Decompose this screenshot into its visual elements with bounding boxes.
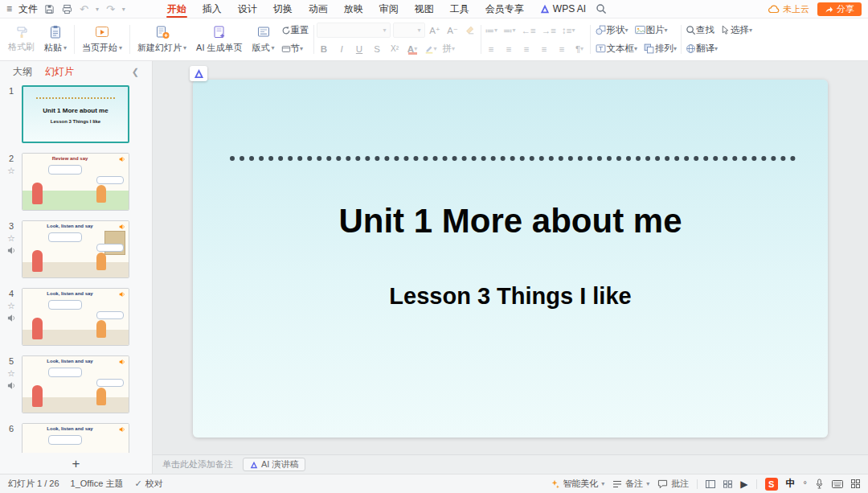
slide-thumbnail-5[interactable]: Look, listen and say [22,355,129,413]
proofing-button[interactable]: ✓ 校对 [134,478,162,490]
text-direction-button[interactable]: ¶▾ [572,41,588,56]
tab-transitions[interactable]: 切换 [265,0,301,18]
main-menu-icon[interactable]: ≡ [6,3,12,14]
current-slide[interactable]: Unit 1 More about me Lesson 3 Things I l… [193,80,828,438]
slide-thumbnail-4[interactable]: Look, listen and say [22,288,129,346]
tab-view[interactable]: 视图 [407,0,442,18]
tab-tools[interactable]: 工具 [442,0,477,18]
comments-button[interactable]: 批注 [657,478,689,490]
smart-beautify-button[interactable]: 智能美化 ▾ [550,478,604,490]
highlight-button[interactable]: ▾ [423,41,439,56]
star-icon[interactable]: ☆ [7,302,15,310]
star-icon[interactable]: ☆ [7,234,15,243]
decrease-indent-button[interactable]: ←≡ [520,23,538,38]
star-icon[interactable]: ☆ [7,369,15,378]
microphone-icon[interactable] [815,479,824,489]
underline-button[interactable]: U [352,41,367,56]
picture-button[interactable]: 图片▾ [633,23,669,38]
font-color-button[interactable]: A▾ [405,41,420,56]
clear-format-button[interactable] [463,23,478,38]
collapse-panel-icon[interactable]: ❮ [132,67,139,77]
sogou-input-icon[interactable]: S [765,478,778,491]
reset-button[interactable]: 重置 [280,23,311,38]
notes-placeholder[interactable]: 单击此处添加备注 [162,458,233,470]
slide-sorter-icon[interactable] [723,480,732,488]
bold-button[interactable]: B [317,41,332,56]
slide-thumbnail-6[interactable]: Look, listen and say [22,423,129,453]
tab-design[interactable]: 设计 [230,0,265,18]
tab-review[interactable]: 审阅 [371,0,407,18]
paste-button[interactable]: 粘贴▾ [39,21,72,58]
slide-thumbnail-3[interactable]: Look, listen and say [22,220,129,278]
line-spacing-button[interactable]: ↕≡▾ [560,23,576,38]
slide-subtitle[interactable]: Lesson 3 Things I like [193,283,828,310]
file-menu[interactable]: 文件 [18,2,38,16]
layout-button[interactable]: 版式▾ [248,21,280,58]
tab-wps-ai[interactable]: WPS AI [532,0,594,18]
tab-home[interactable]: 开始 [159,0,194,18]
grow-font-button[interactable]: A⁺ [428,23,443,38]
speaker-icon[interactable] [7,381,16,390]
align-left-button[interactable]: ≡ [484,41,499,56]
select-button[interactable]: 选择▾ [719,23,754,38]
ime-language-toggle[interactable]: 中 [786,477,796,491]
share-button[interactable]: 分享 [817,2,862,16]
text-shadow-button[interactable]: S [370,41,385,56]
redo-dropdown-icon[interactable]: ▾ [122,6,125,13]
tab-slideshow[interactable]: 放映 [336,0,371,18]
slide-thumbnail-2[interactable]: Review and say [22,153,129,211]
font-size-select[interactable]: ▾ [393,23,425,38]
bullets-button[interactable]: ≔▾ [484,23,500,38]
tab-outline[interactable]: 大纲 [13,65,32,79]
superscript-button[interactable]: X² [387,41,403,56]
ai-script-button[interactable]: AI 演讲稿 [243,458,305,471]
shrink-font-button[interactable]: A⁻ [445,23,461,38]
punctuation-mode-icon[interactable]: ° [804,479,807,489]
phonetic-guide-button[interactable]: 拼▾ [441,41,457,56]
theme-name[interactable]: 1_Office 主题 [71,478,124,490]
speaker-icon[interactable] [7,246,16,255]
speaker-icon[interactable] [7,314,16,323]
section-button[interactable]: 节▾ [280,41,305,56]
numbering-button[interactable]: ≕▾ [502,23,518,38]
undo-dropdown-icon[interactable]: ▾ [96,6,99,13]
tab-member[interactable]: 会员专享 [477,0,532,18]
play-slideshow-icon[interactable]: ▶ [740,479,747,490]
slide-thumbnail-1[interactable]: Unit 1 More about me Lesson 3 Things I l… [22,85,129,143]
align-center-button[interactable]: ≡ [502,41,517,56]
keyboard-icon[interactable] [832,480,843,488]
font-family-select[interactable]: ▾ [317,23,391,38]
find-button[interactable]: 查找 [684,23,716,38]
align-right-button[interactable]: ≡ [519,41,534,56]
star-icon[interactable]: ☆ [7,166,15,175]
textbox-button[interactable]: 文本框▾ [593,41,640,56]
cloud-status[interactable]: 未上云 [768,3,809,15]
increase-indent-button[interactable]: →≡ [540,23,558,38]
normal-view-icon[interactable] [706,480,715,488]
tab-animation[interactable]: 动画 [301,0,336,18]
add-slide-button[interactable]: + [72,457,80,470]
slide-title[interactable]: Unit 1 More about me [193,202,828,240]
print-icon[interactable] [62,4,72,14]
distribute-button[interactable]: ≡ [555,41,570,56]
start-from-current-button[interactable]: 当页开始▾ [77,21,127,58]
format-painter-button[interactable]: 格式刷 [3,21,39,58]
new-slide-button[interactable]: 新建幻灯片▾ [133,21,191,58]
search-icon[interactable] [596,3,607,14]
justify-button[interactable]: ≡ [537,41,552,56]
tab-insert[interactable]: 插入 [194,0,230,18]
translate-button[interactable]: 翻译▾ [684,41,719,56]
save-icon[interactable] [44,4,55,14]
arrange-button[interactable]: 排列▾ [641,41,678,56]
italic-button[interactable]: I [334,41,350,56]
ai-generate-page-button[interactable]: AI 生成单页 [191,21,247,58]
ime-toolbox-grid-icon[interactable] [851,479,860,488]
slide-canvas[interactable]: Unit 1 More about me Lesson 3 Things I l… [153,61,868,454]
wps-ai-assistant-button[interactable] [190,66,207,81]
notes-toggle-button[interactable]: 备注 ▾ [612,478,649,490]
shape-button[interactable]: 形状▾ [593,23,630,38]
tab-slides[interactable]: 幻灯片 [45,65,74,79]
tab-design-label: 设计 [238,2,257,16]
undo-icon[interactable]: ↶ [80,4,88,14]
redo-icon[interactable]: ↷ [106,4,115,14]
